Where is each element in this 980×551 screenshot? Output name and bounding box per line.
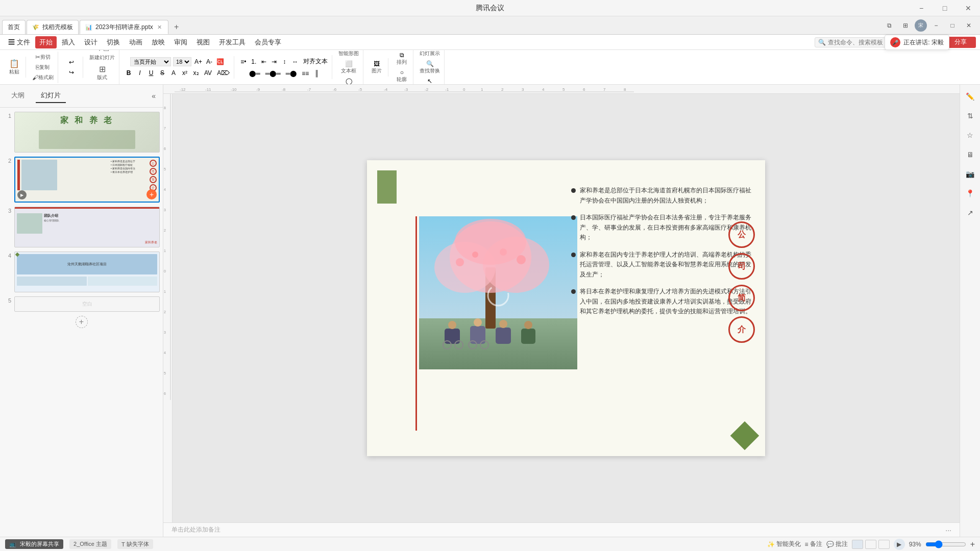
slide-thumb-3[interactable]: 团队介绍 核心管理团队 家和养老 bbox=[14, 207, 160, 247]
arrange-button[interactable]: ⧉ 排列 bbox=[393, 51, 411, 67]
align-left-button[interactable]: ⬤═ bbox=[247, 69, 262, 78]
align-to-text-button[interactable]: 对齐文本 bbox=[301, 56, 330, 67]
rp-location-button[interactable]: 📍 bbox=[963, 186, 978, 201]
cut-button[interactable]: ✂ 剪切 bbox=[33, 53, 53, 62]
share-button[interactable]: 分享 bbox=[945, 37, 976, 48]
rp-share-button[interactable]: ↗ bbox=[963, 205, 978, 220]
rp-annotation-button[interactable]: ✏️ bbox=[963, 89, 978, 104]
sidebar-collapse-button[interactable]: « bbox=[151, 91, 157, 101]
image-button[interactable]: 🖼 图片 bbox=[368, 59, 386, 76]
column-layout-button[interactable]: ║ bbox=[312, 69, 321, 78]
line-spacing-button[interactable]: ↕ bbox=[280, 57, 289, 66]
stamp-jie[interactable]: 介 bbox=[728, 316, 755, 343]
office-theme-label[interactable]: 2_Office 主题 bbox=[69, 539, 111, 549]
text-direction-button[interactable]: ↔ bbox=[290, 57, 300, 66]
slide-item-4[interactable]: 4 沧州天鹅湖颐养社区项目 bbox=[3, 252, 160, 292]
menu-dev[interactable]: 开发工具 bbox=[215, 36, 250, 48]
redo-button[interactable]: ↪ bbox=[62, 68, 81, 77]
undo-button[interactable]: ↩ bbox=[62, 58, 81, 67]
grid-view-button[interactable]: ⊞ bbox=[898, 18, 913, 33]
tab-add-button[interactable]: + bbox=[169, 20, 184, 34]
rp-star-button[interactable]: ☆ bbox=[963, 128, 978, 143]
notes-placeholder[interactable]: 单击此处添加备注 bbox=[172, 525, 220, 534]
rp-filter-button[interactable]: ⇅ bbox=[963, 108, 978, 123]
sidebar-tab-slides[interactable]: 幻灯片 bbox=[36, 89, 66, 103]
slide-thumb-5[interactable]: 空白 bbox=[14, 296, 160, 312]
strikethrough-button[interactable]: S bbox=[157, 68, 167, 78]
font-missing-label[interactable]: T 缺失字体 bbox=[117, 539, 153, 549]
menu-insert[interactable]: 插入 bbox=[58, 36, 79, 48]
decrease-font-button[interactable]: A- bbox=[205, 58, 213, 66]
bold-button[interactable]: B bbox=[124, 68, 134, 78]
slide-thumb-4[interactable]: 沧州天鹅湖颐养社区项目 bbox=[14, 252, 160, 292]
reader-view-button[interactable] bbox=[878, 540, 890, 549]
decrease-indent-button[interactable]: ⇤ bbox=[259, 57, 268, 66]
menu-vip[interactable]: 会员专享 bbox=[251, 36, 285, 48]
slide-add-button-2[interactable]: + bbox=[146, 189, 157, 199]
doc-close[interactable]: ✕ bbox=[962, 18, 976, 33]
zoom-slider[interactable] bbox=[925, 540, 966, 548]
format-painter-button[interactable]: 🖌 格式刷 bbox=[30, 73, 56, 82]
align-center-button[interactable]: ═⬤═ bbox=[263, 69, 283, 78]
align-right-button[interactable]: ═⬤ bbox=[284, 69, 299, 78]
menu-design[interactable]: 设计 bbox=[80, 36, 102, 48]
numbered-list-button[interactable]: 1. bbox=[249, 57, 258, 66]
font-size-select[interactable]: 18 bbox=[173, 57, 191, 66]
underline-button[interactable]: U bbox=[146, 68, 156, 78]
outline-button[interactable]: ○ 轮廓 bbox=[393, 68, 411, 84]
italic-button[interactable]: I bbox=[135, 68, 145, 78]
notes-more-button[interactable]: ··· bbox=[945, 526, 951, 534]
bullet-list-button[interactable]: ≡• bbox=[238, 57, 248, 66]
char-spacing-button[interactable]: AV bbox=[202, 68, 214, 78]
stamp-jian[interactable]: 简 bbox=[728, 285, 755, 311]
doc-maximize[interactable]: □ bbox=[945, 18, 960, 33]
tab-close-button[interactable]: ✕ bbox=[156, 23, 163, 31]
presentation-tool-button[interactable]: ▶ 幻灯展示 bbox=[418, 50, 442, 58]
tab-file[interactable]: 📊 2023年招聘讲座.pptx ✕ bbox=[80, 20, 168, 34]
smart-beautify-button[interactable]: ✨ 智能美化 bbox=[767, 540, 801, 548]
tab-home[interactable]: 首页 bbox=[2, 20, 26, 34]
rp-camera-button[interactable]: 📷 bbox=[963, 166, 978, 182]
font-family-select[interactable]: 当页开始 bbox=[130, 57, 171, 66]
text-shadow-button[interactable]: A⌦ bbox=[215, 68, 232, 78]
menu-start[interactable]: 开始 bbox=[35, 36, 57, 48]
slide-item-1[interactable]: 1 家 和 养 老 bbox=[3, 112, 160, 153]
menu-slideshow[interactable]: 放映 bbox=[148, 36, 169, 48]
sidebar-tab-outline[interactable]: 大纲 bbox=[6, 89, 30, 103]
screen-share-label[interactable]: 📺 宋毅的屏幕共享 bbox=[5, 539, 63, 549]
maximize-button[interactable]: □ bbox=[933, 0, 957, 16]
menu-hamburger[interactable]: ☰ 文件 bbox=[4, 36, 34, 48]
new-slide-button[interactable]: ＋□ 新建幻灯片 bbox=[87, 50, 117, 62]
subscript-button[interactable]: x₂ bbox=[191, 68, 201, 78]
justify-button[interactable]: ≡≡ bbox=[300, 69, 311, 78]
tab-template[interactable]: 🌾 找稻壳模板 bbox=[27, 20, 79, 34]
close-button[interactable]: ✕ bbox=[957, 0, 980, 16]
increase-indent-button[interactable]: ⇥ bbox=[270, 57, 279, 66]
comment-button[interactable]: 💬 批注 bbox=[826, 540, 848, 548]
layout-button[interactable]: ⊞ 版式 bbox=[93, 63, 111, 82]
paste-button[interactable]: 📋 粘贴 bbox=[5, 58, 23, 77]
stamp-gong[interactable]: 公 bbox=[728, 221, 755, 248]
grid-view-button[interactable] bbox=[865, 540, 876, 549]
minimize-button[interactable]: − bbox=[910, 0, 933, 16]
smart-shape-button[interactable]: ⋄ 智能形图 bbox=[336, 50, 361, 58]
slide-item-5[interactable]: 5 空白 bbox=[3, 296, 160, 312]
slide-play-button-2[interactable]: ▶ bbox=[17, 190, 27, 199]
window-view-button[interactable]: ⧉ bbox=[882, 18, 896, 33]
slide-canvas[interactable]: 家和养老是总部位于日本北海道首府札幌市的日本国际医疗福祉产学协会在中国国内注册的… bbox=[173, 94, 960, 522]
rp-screen-button[interactable]: 🖥 bbox=[963, 147, 978, 162]
notes-button[interactable]: ≡ 备注 bbox=[805, 540, 822, 548]
slide-item-2[interactable]: 2 • 家和养老是总部位于 • 日本国际医疗福祉 • 家和养老在国内专注 • 将… bbox=[3, 157, 160, 203]
copy-button[interactable]: ⎘ 复制 bbox=[34, 63, 52, 72]
find-replace-button[interactable]: 🔍 查找替换 bbox=[418, 59, 442, 76]
increase-font-button[interactable]: A+ bbox=[193, 58, 203, 66]
select-button[interactable]: ↖ 选择 bbox=[421, 77, 439, 85]
doc-minimize[interactable]: − bbox=[929, 18, 943, 33]
shape-button[interactable]: ◯ 形状 bbox=[339, 77, 358, 85]
zoom-in-button[interactable]: + bbox=[970, 540, 975, 549]
slide-thumb-2[interactable]: • 家和养老是总部位于 • 日本国际医疗福祉 • 家和养老在国内专注 • 将日本… bbox=[14, 157, 160, 203]
play-button[interactable]: ▶ bbox=[894, 539, 905, 550]
normal-view-button[interactable] bbox=[852, 540, 863, 549]
stamp-si[interactable]: 司 bbox=[728, 253, 755, 280]
superscript-button[interactable]: x² bbox=[180, 68, 190, 78]
